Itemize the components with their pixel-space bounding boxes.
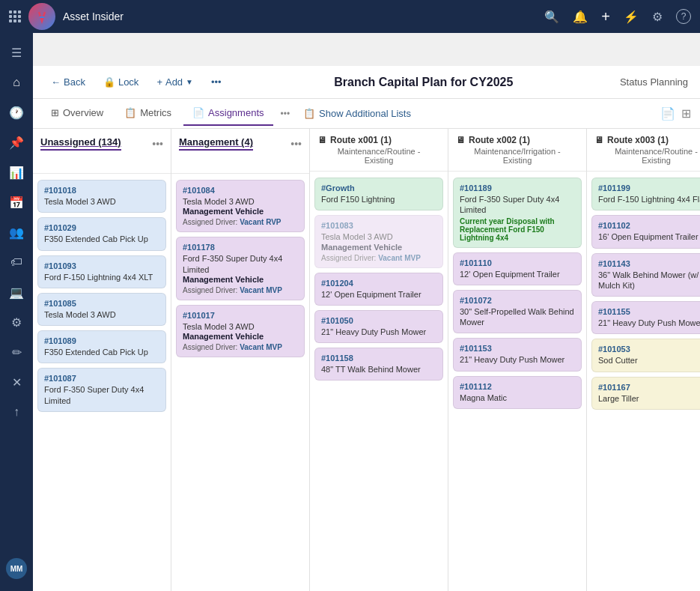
tab-metrics-label: Metrics	[140, 107, 171, 118]
bell-icon[interactable]: 🔔	[573, 10, 588, 24]
sidebar-settings2[interactable]: ⚙	[3, 309, 30, 336]
card-title: 21" Heavy Duty Push Mower	[460, 354, 575, 365]
card-101158[interactable]: #101158 48" TT Walk Behind Mower	[314, 348, 443, 381]
card-101029[interactable]: #101029 F350 Extended Cab Pick Up	[37, 217, 166, 250]
card-101143[interactable]: #101143 36" Walk Behind Mower (w/ Mulch …	[591, 253, 700, 297]
grid-menu-icon[interactable]	[9, 10, 21, 22]
add-icon[interactable]: +	[601, 8, 610, 25]
back-button[interactable]: ← Back	[45, 73, 91, 91]
card-title: Sod Cutter	[598, 355, 700, 366]
lock-button[interactable]: 🔒 Lock	[97, 73, 144, 91]
sidebar-calendar[interactable]: 📅	[3, 189, 30, 216]
sidebar-close[interactable]: ✕	[3, 369, 30, 395]
card-101083[interactable]: #101083 Tesla Model 3 AWD Management Veh…	[314, 215, 443, 267]
card-101084[interactable]: #101084 Tesla Model 3 AWD Management Veh…	[176, 180, 305, 232]
more-button[interactable]: •••	[205, 73, 228, 91]
card-101167[interactable]: #101167 Large Tiller	[591, 377, 700, 410]
card-id: #Growth	[321, 184, 436, 193]
column-management-title: Management (4)	[179, 136, 253, 151]
search-icon[interactable]: 🔍	[544, 10, 559, 24]
route-title-text: Route x002 (1)	[469, 135, 530, 145]
card-id: #101189	[460, 184, 575, 193]
route-icon: 🖥	[456, 135, 465, 145]
tab-overview-label: Overview	[63, 107, 103, 118]
card-101199[interactable]: #101199 Ford F-150 Lightning 4x4 Flash	[591, 178, 700, 210]
user-avatar[interactable]: MM	[6, 558, 27, 579]
card-id: #101112	[460, 382, 575, 391]
card-101018[interactable]: #101018 Tesla Model 3 AWD	[37, 180, 166, 213]
card-id: #101053	[598, 345, 700, 354]
card-101155[interactable]: #101155 21" Heavy Duty Push Mower	[591, 301, 700, 334]
show-lists-button[interactable]: 📋 Show Additional Lists	[297, 105, 417, 122]
card-101050[interactable]: #101050 21" Heavy Duty Push Mower	[314, 310, 443, 343]
column-management-header: Management (4) •••	[171, 129, 309, 174]
card-growth[interactable]: #Growth Ford F150 Lightning	[314, 178, 443, 210]
card-title: Ford F-350 Super Duty 4x4 Limited	[183, 253, 298, 275]
tab-more-icon[interactable]: •••	[281, 109, 290, 119]
help-icon[interactable]: ?	[676, 9, 691, 24]
card-101093[interactable]: #101093 Ford F-150 Lightning 4x4 XLT	[37, 255, 166, 288]
left-sidebar: ☰ ⌂ 🕐 📌 📊 📅 👥 🏷 💻 ⚙ ✏ ✕ ↑ MM	[0, 33, 33, 591]
card-badge: Management Vehicle	[183, 332, 298, 341]
tab-action-table-icon[interactable]: ⊞	[681, 106, 691, 121]
sidebar-clock[interactable]: 🕐	[3, 99, 30, 126]
filter-icon[interactable]: ⚡	[624, 10, 639, 24]
overview-icon: ⊞	[51, 107, 59, 118]
add-chevron-icon: ▼	[186, 78, 193, 86]
route-icon: 🖥	[594, 135, 603, 145]
column-unassigned-more[interactable]: •••	[152, 138, 163, 150]
card-driver: Assigned Driver: Vacant RVP	[183, 218, 298, 226]
card-101085[interactable]: #101085 Tesla Model 3 AWD	[37, 293, 166, 326]
card-101089[interactable]: #101089 F350 Extended Cab Pick Up	[37, 330, 166, 363]
card-101087[interactable]: #101087 Ford F-350 Super Duty 4x4 Limite…	[37, 368, 166, 412]
sidebar-upload[interactable]: ↑	[3, 398, 30, 425]
tab-metrics[interactable]: 📋 Metrics	[115, 101, 180, 126]
card-title: 16' Open Equipment Trailer	[598, 231, 700, 242]
sidebar-device[interactable]: 💻	[3, 279, 30, 306]
card-101204[interactable]: #101204 12' Open Equipment Trailer	[314, 273, 443, 306]
route-title-text: Route x003 (1)	[607, 135, 669, 145]
card-101189[interactable]: #101189 Ford F-350 Super Duty 4x4 Limite…	[453, 178, 582, 248]
card-id: #101167	[598, 383, 700, 392]
card-title: Large Tiller	[598, 393, 700, 404]
add-button[interactable]: + Add ▼	[150, 73, 199, 91]
route-title-text: Route x001 (1)	[330, 135, 392, 145]
card-id: #101199	[598, 184, 700, 193]
card-101112[interactable]: #101112 Magna Matic	[453, 376, 582, 409]
show-lists-icon: 📋	[303, 108, 315, 119]
tab-overview[interactable]: ⊞ Overview	[42, 101, 112, 126]
card-id: #101089	[44, 336, 159, 345]
card-101072[interactable]: #101072 30" Self-Propelled Walk Behind M…	[453, 290, 582, 334]
column-unassigned-title: Unassigned (134)	[40, 136, 121, 151]
sidebar-home[interactable]: ⌂	[3, 69, 30, 96]
column-route-x001: 🖥 Route x001 (1) Maintenance/Routine -Ex…	[310, 129, 448, 591]
sidebar-tag[interactable]: 🏷	[3, 249, 30, 276]
tab-action-doc-icon[interactable]: 📄	[660, 106, 675, 121]
gear-icon[interactable]: ⚙	[652, 10, 663, 24]
card-101017[interactable]: #101017 Tesla Model 3 AWD Management Veh…	[176, 305, 305, 357]
sidebar-chart[interactable]: 📊	[3, 159, 30, 186]
card-id: #101029	[44, 223, 159, 232]
card-id: #101178	[183, 243, 298, 252]
card-101053[interactable]: #101053 Sod Cutter	[591, 339, 700, 372]
app-logo	[28, 3, 55, 30]
column-unassigned-header: Unassigned (134) •••	[33, 129, 171, 174]
lock-label: Lock	[118, 76, 139, 88]
card-101178[interactable]: #101178 Ford F-350 Super Duty 4x4 Limite…	[176, 237, 305, 300]
card-title: Tesla Model 3 AWD	[183, 321, 298, 332]
column-route-x001-header: 🖥 Route x001 (1) Maintenance/Routine -Ex…	[310, 129, 448, 172]
card-101102[interactable]: #101102 16' Open Equipment Trailer	[591, 215, 700, 248]
card-101153[interactable]: #101153 21" Heavy Duty Push Mower	[453, 338, 582, 371]
tab-assignments[interactable]: 📄 Assignments	[183, 101, 273, 126]
card-101110[interactable]: #101110 12' Open Equipment Trailer	[453, 252, 582, 285]
card-title: 21" Heavy Duty Push Mower	[321, 327, 436, 337]
route-subtitle: Maintenance/Irrigation -Existing	[456, 147, 579, 165]
route-subtitle: Maintenance/Routine -Existing	[317, 147, 440, 165]
card-id: #101087	[44, 374, 159, 383]
sidebar-pin[interactable]: 📌	[3, 129, 30, 156]
sidebar-hamburger[interactable]: ☰	[3, 39, 30, 66]
sidebar-people[interactable]: 👥	[3, 219, 30, 246]
column-management-more[interactable]: •••	[290, 138, 302, 150]
sidebar-edit[interactable]: ✏	[3, 339, 30, 366]
lock-icon: 🔒	[103, 76, 115, 88]
